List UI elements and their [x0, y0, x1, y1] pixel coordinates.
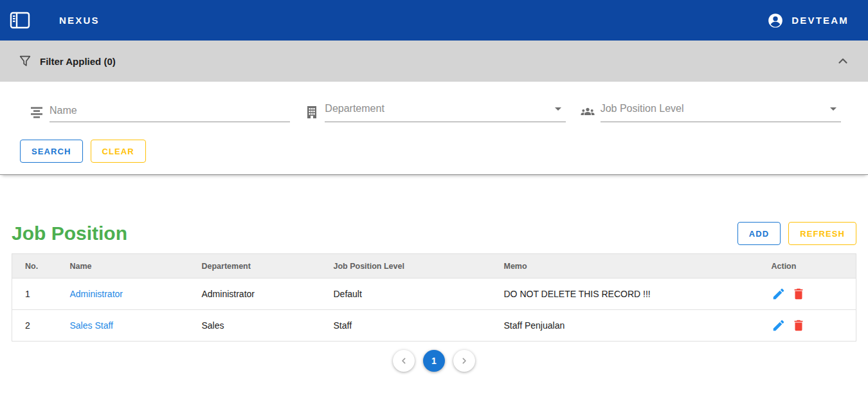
job-position-level-select[interactable]: Job Position Level — [601, 97, 841, 122]
row-name-link[interactable]: Administrator — [70, 289, 123, 299]
top-navbar: NEXUS DEVTEAM — [0, 0, 868, 41]
filter-funnel-icon — [18, 54, 32, 68]
row-departement: Sales — [202, 310, 334, 342]
departement-select-placeholder: Departement — [325, 103, 550, 114]
departement-filter-field: Departement — [304, 97, 565, 122]
row-level: Default — [334, 279, 504, 310]
pagination-prev-button[interactable] — [393, 350, 415, 372]
account-circle-icon[interactable] — [767, 12, 784, 29]
row-memo: Staff Penjualan — [504, 310, 772, 342]
filter-header-bar[interactable]: Filter Applied (0) — [0, 41, 868, 82]
table-row: 1 Administrator Administrator Default DO… — [12, 279, 856, 310]
chevron-right-icon — [459, 356, 469, 366]
column-header-job-position-level: Job Position Level — [334, 254, 504, 279]
edit-pencil-icon[interactable] — [772, 287, 786, 301]
refresh-button[interactable]: REFRESH — [788, 222, 856, 245]
delete-trash-icon[interactable] — [791, 318, 806, 333]
edit-pencil-icon[interactable] — [772, 318, 786, 333]
pagination: 1 — [12, 350, 856, 372]
row-level: Staff — [334, 310, 504, 342]
filter-applied-label: Filter Applied (0) — [40, 56, 116, 67]
row-number: 2 — [12, 310, 70, 342]
departement-select[interactable]: Departement — [325, 97, 565, 122]
column-header-action: Action — [772, 254, 856, 279]
align-center-icon — [29, 104, 44, 120]
name-filter-field — [29, 97, 290, 122]
main-content: Job Position ADD REFRESH No. Name Depart… — [0, 175, 868, 372]
search-button[interactable]: SEARCH — [20, 140, 83, 163]
pagination-page-1[interactable]: 1 — [423, 350, 445, 372]
sidebar-toggle-button[interactable] — [9, 11, 31, 30]
sidebar-toggle-icon — [10, 12, 30, 29]
filter-panel: Departement Job Position Level — [0, 82, 868, 175]
dropdown-caret-icon — [826, 101, 841, 116]
row-number: 1 — [12, 279, 70, 310]
add-button[interactable]: ADD — [737, 222, 781, 245]
pagination-next-button[interactable] — [453, 350, 475, 372]
job-position-level-select-placeholder: Job Position Level — [601, 103, 826, 114]
row-memo: DO NOT DELETE THIS RECORD !!! — [504, 279, 772, 310]
chevron-left-icon — [399, 356, 409, 366]
dropdown-caret-icon — [550, 101, 566, 116]
job-position-table: No. Name Departement Job Position Level … — [12, 253, 856, 342]
table-header-row: No. Name Departement Job Position Level … — [12, 254, 856, 279]
chevron-up-icon[interactable] — [835, 53, 851, 69]
row-departement: Administrator — [202, 279, 334, 310]
user-name[interactable]: DEVTEAM — [791, 15, 849, 26]
column-header-memo: Memo — [504, 254, 772, 279]
groups-icon — [580, 104, 595, 120]
column-header-departement: Departement — [202, 254, 334, 279]
column-header-no: No. — [12, 254, 70, 279]
column-header-name: Name — [70, 254, 202, 279]
table-row: 2 Sales Staff Sales Staff Staff Penjuala… — [12, 310, 856, 342]
row-name-link[interactable]: Sales Staff — [70, 320, 113, 331]
job-position-level-filter-field: Job Position Level — [580, 97, 841, 122]
clear-button[interactable]: CLEAR — [91, 140, 146, 163]
name-filter-input[interactable] — [50, 105, 290, 116]
page-title: Job Position — [12, 223, 127, 244]
delete-trash-icon[interactable] — [791, 287, 806, 301]
app-brand: NEXUS — [59, 15, 100, 26]
building-icon — [304, 104, 320, 120]
